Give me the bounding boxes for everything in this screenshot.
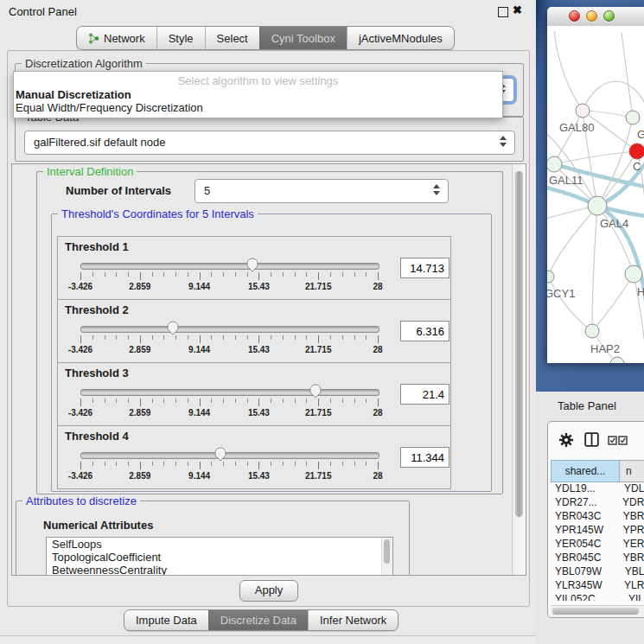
tab-infer-network[interactable]: Infer Network [308,610,398,630]
node-label: GAL80 [559,121,594,134]
horizontal-scrollbar[interactable] [551,605,644,617]
slider-ticks [80,462,379,470]
threshold-value-input[interactable] [400,384,450,405]
attribute-item-selfloops[interactable]: SelfLoops [47,538,392,551]
slider-thumb-icon[interactable] [309,384,322,399]
network-node-gal4[interactable] [588,196,607,215]
cyni-toolbox-panel: Discretization Algorithm Table Data galF… [7,50,530,607]
tab-impute-data[interactable]: Impute Data [124,610,208,630]
axis-tick-label: 21.715 [305,471,332,481]
tab-jactivemnodules[interactable]: jActiveMNodules [347,27,454,49]
number-of-intervals-combobox[interactable]: 5 [194,179,449,203]
tab-label: Discretize Data [220,611,296,630]
axis-tick-label: 9.144 [188,282,210,291]
number-of-intervals-label: Number of Intervals [66,184,171,197]
table-row[interactable]: YBL079WYBL0 [551,565,644,579]
cell-name: YDL1 [615,482,644,496]
network-node-h[interactable] [625,265,642,283]
axis-tick-label: 15.43 [248,471,270,481]
threshold-label: Threshold 2 [65,303,129,316]
minimize-traffic-light-icon[interactable] [586,10,597,22]
cell-name: YBR0 [615,552,644,565]
algorithm-option-manual-discretization[interactable]: Manual Discretization [14,88,502,101]
numerical-attributes-list[interactable]: SelfLoopsTopologicalCoefficientBetweenne… [46,537,393,576]
slider-track[interactable] [80,326,379,333]
algorithm-option-equal-width-frequency-discretization[interactable]: Equal Width/Frequency Discretization [14,101,502,114]
gear-icon[interactable] [558,432,574,448]
close-traffic-light-icon[interactable] [569,10,580,22]
network-edge [548,277,592,331]
network-window-titlebar[interactable] [547,7,644,27]
axis-tick-label: -3.426 [68,282,92,291]
table-row[interactable]: YER054CYER0 [551,538,644,552]
axis-tick-label: -3.426 [68,408,92,418]
network-node-gal11[interactable] [547,156,562,172]
table-data-combobox[interactable]: galFiltered.sif default node [24,131,515,155]
split-columns-icon[interactable] [584,432,599,447]
tab-style[interactable]: Style [156,27,205,49]
threshold-value-input[interactable] [400,258,450,278]
tab-cyni-toolbox[interactable]: Cyni Toolbox [259,27,347,49]
axis-tick-label: 28 [373,471,382,481]
network-node-gal80[interactable] [576,104,590,118]
table-row[interactable]: YPR145WYPR1 [551,524,644,538]
threshold-panel-3: Threshold 3-3.4262.8599.14415.4321.71528 [57,362,451,426]
table-row[interactable]: YDR27...YDR2 [551,496,644,510]
network-canvas[interactable]: GAL80GACGAL11GAL4GCY1HHAP2 [547,26,644,363]
tab-select[interactable]: Select [205,27,259,49]
network-node-gcy1[interactable] [547,271,554,283]
tab-discretize-data[interactable]: Discretize Data [208,610,308,630]
column-header-name[interactable]: n [620,460,644,482]
tab-network[interactable]: Network [77,27,156,49]
table-row[interactable]: YIL052CYIL0 [551,593,644,601]
threshold-value-input[interactable] [400,321,450,341]
slider-ticks [80,272,379,281]
network-edge [592,274,634,331]
network-edge [597,118,633,206]
select-columns-checkbox-icon[interactable] [608,436,628,445]
cell-shared-name: YDR27... [551,496,614,510]
float-window-icon[interactable] [498,7,508,17]
combo-stepper-icon [433,184,441,198]
threshold-label: Threshold 3 [65,367,129,379]
slider-thumb-icon[interactable] [214,447,226,462]
network-edge [554,151,637,164]
attribute-item-betweennesscentrality[interactable]: BetweennessCentrality [47,564,392,576]
axis-tick-label: 28 [373,408,382,418]
table-row[interactable]: YDL19...YDL1 [551,482,644,496]
threshold-label: Threshold 4 [65,430,129,443]
axis-tick-label: 2.859 [129,471,150,481]
close-icon[interactable]: ✖ [513,3,522,16]
scrollbar-thumb[interactable] [552,608,639,615]
slider-thumb-icon[interactable] [167,321,179,335]
network-node-ga[interactable] [626,111,640,124]
list-scrollbar[interactable] [381,538,392,576]
table-row[interactable]: YLR345WYLR3 [551,579,644,593]
axis-tick-label: 2.859 [129,345,150,354]
table-row[interactable]: YBR045CYBR0 [551,552,644,565]
axis-tick-label: 15.43 [248,408,270,418]
table-toolbar [548,422,644,460]
attribute-item-topologicalcoefficient[interactable]: TopologicalCoefficient [47,551,392,564]
scrollbar-thumb[interactable] [515,171,523,517]
table-card: shared... n YDL19...YDL1YDR27...YDR2YBR0… [547,421,644,618]
slider-track[interactable] [80,452,379,459]
zoom-traffic-light-icon[interactable] [603,10,615,22]
slider-track[interactable] [80,389,379,396]
attributes-to-discretize-group: Attributes to discretize Numerical Attri… [16,501,410,576]
axis-tick-label: 2.859 [129,282,150,291]
table-row[interactable]: YBR043CYBR0 [551,510,644,524]
network-node-hap2[interactable] [585,324,599,338]
apply-button[interactable]: Apply [239,580,298,602]
viewport-scrollbar[interactable] [512,164,526,575]
cell-shared-name: YBR045C [551,552,615,565]
slider-thumb-icon[interactable] [246,258,258,272]
axis-tick-label: 9.144 [188,345,210,354]
threshold-panel-4: Threshold 4-3.4262.8599.14415.4321.71528 [57,425,451,489]
network-node-c[interactable] [629,143,644,159]
threshold-value-input[interactable] [400,447,450,468]
column-header-shared[interactable]: shared... [551,460,620,482]
slider-track[interactable] [80,263,379,270]
node-label: GA [637,128,644,141]
node-label: C [633,160,641,173]
